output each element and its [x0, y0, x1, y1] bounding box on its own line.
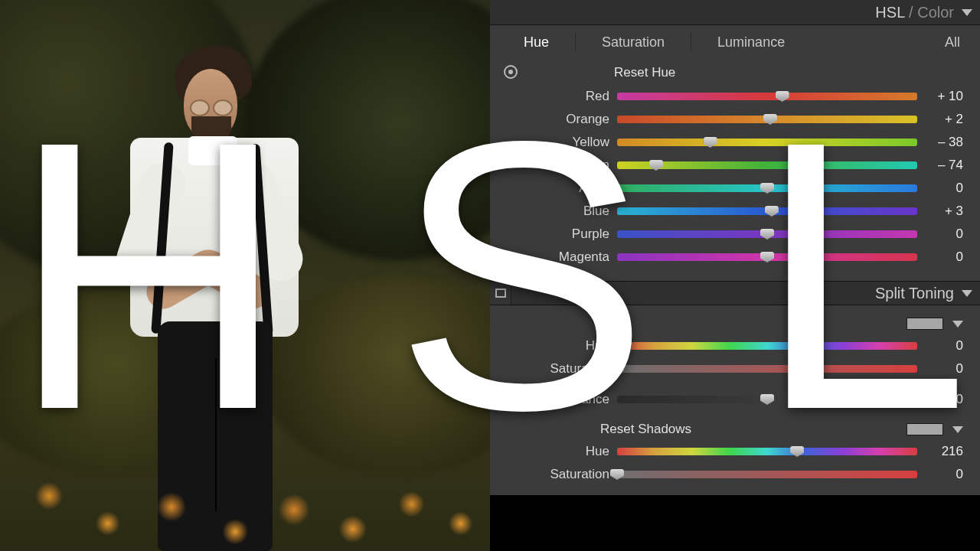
hue-slider-blue[interactable] — [617, 207, 917, 215]
hue-value-purple[interactable]: 0 — [917, 227, 963, 242]
highlights-sat-row: Saturation 0 — [507, 357, 963, 380]
hue-value-blue[interactable]: + 3 — [917, 204, 963, 219]
collapse-icon[interactable] — [962, 290, 972, 297]
hue-value-yellow[interactable]: – 38 — [917, 135, 963, 150]
highlights-sat-value[interactable]: 0 — [917, 361, 963, 377]
highlights-swatch[interactable] — [906, 318, 943, 330]
reset-highlights-label[interactable]: Rese — [507, 316, 631, 331]
hsl-panel-title: HSL / Color — [875, 4, 954, 21]
targeted-adjust-icon[interactable] — [504, 65, 518, 79]
hue-label-orange: Orange — [507, 112, 617, 127]
reset-shadows-label[interactable]: Reset Shadows — [507, 422, 691, 437]
foreground-flowers — [0, 413, 490, 551]
shadows-hue-value[interactable]: 216 — [917, 444, 963, 459]
hue-label-green: Green — [507, 158, 617, 173]
expand-icon[interactable] — [952, 426, 963, 433]
hue-slider-magenta[interactable] — [617, 253, 917, 261]
hue-label-red: Red — [507, 89, 617, 104]
hsl-body: Reset Hue Red+ 10Orange+ 2Yellow– 38Gree… — [490, 59, 980, 281]
shadows-hue-slider[interactable] — [617, 448, 917, 455]
split-toning-header[interactable]: Split Toning — [490, 282, 980, 305]
shadows-sat-slider[interactable] — [617, 471, 917, 478]
hue-value-green[interactable]: – 74 — [917, 158, 963, 173]
shadows-sat-row: Saturation 0 — [507, 463, 963, 486]
reset-hue-label[interactable]: Reset Hue — [507, 65, 963, 80]
split-toning-body: Rese Hue 0 Saturation 0 Balance 0 Reset … — [490, 305, 980, 495]
hue-row-red: Red+ 10 — [507, 85, 963, 108]
hue-value-aqua[interactable]: 0 — [917, 181, 963, 196]
hue-row-green: Green– 74 — [507, 154, 963, 177]
hue-label-purple: Purple — [507, 227, 617, 242]
shadows-hue-label: Hue — [507, 444, 617, 459]
hue-slider-aqua[interactable] — [617, 184, 917, 192]
balance-slider[interactable] — [617, 396, 917, 403]
highlights-hue-label: Hue — [507, 338, 617, 354]
split-toning-title: Split Toning — [875, 285, 954, 302]
hue-row-blue: Blue+ 3 — [507, 200, 963, 223]
hue-row-yellow: Yellow– 38 — [507, 131, 963, 154]
hue-row-magenta: Magenta0 — [507, 246, 963, 269]
shadows-hue-row: Hue 216 — [507, 440, 963, 463]
hue-slider-green[interactable] — [617, 161, 917, 169]
highlights-sat-slider[interactable] — [617, 365, 917, 373]
hue-slider-yellow[interactable] — [617, 139, 917, 146]
hue-label-blue: Blue — [507, 204, 617, 219]
highlights-sat-label: Saturation — [507, 361, 617, 377]
highlights-hue-value[interactable]: 0 — [917, 338, 963, 354]
hsl-tabs: Hue Saturation Luminance All — [490, 25, 980, 59]
panel-switch-icon[interactable] — [490, 282, 511, 305]
hue-label-yellow: Yellow — [507, 135, 617, 150]
hue-row-purple: Purple0 — [507, 223, 963, 246]
hue-value-red[interactable]: + 10 — [917, 89, 963, 104]
highlights-hue-slider[interactable] — [617, 342, 917, 350]
tab-luminance[interactable]: Luminance — [717, 34, 785, 51]
tab-hue[interactable]: Hue — [524, 34, 549, 51]
hue-row-orange: Orange+ 2 — [507, 108, 963, 131]
balance-row: Balance 0 — [507, 388, 963, 411]
shadows-swatch[interactable] — [906, 423, 943, 435]
hue-slider-red[interactable] — [617, 93, 917, 100]
hue-value-orange[interactable]: + 2 — [917, 112, 963, 127]
balance-value[interactable]: 0 — [917, 392, 963, 407]
hue-value-magenta[interactable]: 0 — [917, 249, 963, 265]
hsl-panel-header[interactable]: HSL / Color — [490, 0, 980, 24]
hue-slider-orange[interactable] — [617, 116, 917, 123]
tab-all[interactable]: All — [945, 34, 960, 51]
tab-saturation[interactable]: Saturation — [602, 34, 665, 51]
develop-panel: HSL / Color Hue Saturation Luminance All… — [490, 0, 980, 551]
highlights-section-row: Rese — [507, 313, 963, 334]
shadows-sat-label: Saturation — [507, 467, 617, 482]
shadows-sat-value[interactable]: 0 — [917, 467, 963, 482]
highlights-hue-row: Hue 0 — [507, 334, 963, 357]
collapse-icon[interactable] — [962, 9, 972, 16]
hue-row-aqua: Aqua0 — [507, 177, 963, 200]
shadows-section-row: Reset Shadows — [507, 419, 963, 440]
preview-photo — [0, 0, 490, 551]
expand-icon[interactable] — [952, 321, 963, 328]
balance-label: Balance — [507, 392, 617, 407]
hue-label-magenta: Magenta — [507, 249, 617, 265]
hue-slider-purple[interactable] — [617, 230, 917, 238]
hue-label-aqua: Aqua — [507, 181, 617, 196]
